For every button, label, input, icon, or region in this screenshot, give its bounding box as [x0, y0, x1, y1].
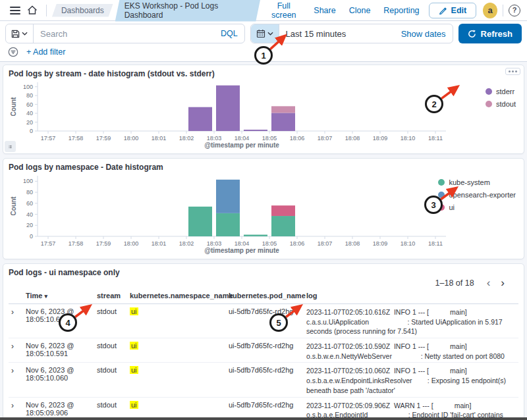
- full-screen-link[interactable]: Full screen: [267, 0, 300, 21]
- calendar-button[interactable]: [251, 24, 279, 43]
- legend-label: stderr: [496, 88, 514, 95]
- clone-link[interactable]: Clone: [349, 5, 371, 16]
- breadcrumb-current[interactable]: EKS Workshop - Pod Logs Dashboard: [115, 0, 261, 22]
- edit-label: Edit: [451, 6, 467, 15]
- breadcrumb-dashboards[interactable]: Dashboards: [52, 4, 113, 17]
- chart-legend: kube-systemopensearch-exporterui: [438, 178, 516, 211]
- time-cell: Nov 6, 2023 @ 18:05:10.591: [23, 338, 94, 363]
- filter-bar: + Add filter: [0, 46, 527, 62]
- svg-text:@timestamp per minute: @timestamp per minute: [204, 142, 279, 149]
- legend-label: opensearch-exporter: [449, 191, 516, 199]
- legend-label: kube-system: [449, 178, 489, 186]
- svg-text:18:02: 18:02: [179, 135, 194, 142]
- svg-text:18:01: 18:01: [152, 135, 167, 142]
- svg-text:@timestamp per minute: @timestamp per minute: [204, 247, 279, 254]
- datepicker: Last 15 minutes Show dates: [250, 24, 453, 43]
- add-filter-button[interactable]: + Add filter: [26, 47, 65, 57]
- dql-button[interactable]: DQL: [214, 29, 244, 38]
- svg-text:20: 20: [26, 222, 33, 228]
- legend-item-ui[interactable]: ui: [438, 203, 516, 211]
- column-header-kubernetes-pod-name[interactable]: kubernetes.pod_name: [226, 289, 304, 304]
- expand-row-icon[interactable]: ›: [9, 304, 23, 338]
- filter-options-icon: [8, 47, 18, 57]
- refresh-label: Refresh: [481, 29, 513, 39]
- menu-button[interactable]: [7, 4, 24, 17]
- legend-toggle-icon[interactable]: [5, 141, 16, 152]
- panel-pod-logs-table: Pod logs - ui namespace only 1–18 of 18 …: [3, 263, 524, 420]
- table-row: ›Nov 6, 2023 @ 18:05:10.591stdoutuiui-5d…: [9, 338, 518, 363]
- share-link[interactable]: Share: [314, 5, 335, 16]
- avatar[interactable]: a: [483, 3, 497, 18]
- pod-name-cell: ui-5dfb7d65fc-rd2hg: [226, 397, 304, 420]
- stream-cell: stdout: [94, 338, 127, 363]
- svg-text:18:07: 18:07: [318, 135, 333, 142]
- home-button[interactable]: [24, 3, 41, 17]
- save-icon: [11, 30, 20, 38]
- svg-text:18:10: 18:10: [401, 135, 416, 142]
- legend-item-stdout[interactable]: stdout: [485, 100, 516, 108]
- svg-text:18:11: 18:11: [428, 240, 443, 247]
- namespace-highlight: ui: [130, 307, 138, 315]
- legend-item-opensearch-exporter[interactable]: opensearch-exporter: [438, 191, 516, 199]
- svg-text:18:05: 18:05: [262, 135, 277, 142]
- chevron-down-icon: [267, 32, 273, 36]
- pagination-next-icon[interactable]: ›: [496, 278, 509, 288]
- edit-button[interactable]: Edit: [429, 3, 477, 18]
- svg-text:Count: Count: [10, 97, 17, 117]
- time-cell: Nov 6, 2023 @ 18:05:10.060: [23, 363, 94, 397]
- calendar-icon: [256, 29, 265, 38]
- legend-item-kube-system[interactable]: kube-system: [438, 178, 516, 186]
- panel-title[interactable]: Pod logs by stream - date histogram (std…: [9, 69, 518, 78]
- refresh-button[interactable]: Refresh: [458, 24, 522, 43]
- column-header-log[interactable]: log: [304, 289, 518, 304]
- svg-text:18:04: 18:04: [235, 240, 250, 247]
- time-range-label[interactable]: Last 15 minutes: [279, 29, 353, 39]
- log-cell: 2023-11-07T02:05:10.616Z INFO 1 --- [ ma…: [304, 304, 518, 338]
- help-icon[interactable]: ?: [509, 5, 520, 16]
- stream-histogram-chart[interactable]: 02040608010017:5717:5817:5918:0018:0118:…: [9, 78, 518, 149]
- legend-label: ui: [449, 203, 455, 211]
- panel-pod-logs-by-stream: Pod logs by stream - date histogram (std…: [3, 65, 524, 154]
- panel-pod-logs-by-namespace: Pod logs by namespace - Date histogram 0…: [3, 158, 524, 259]
- panel-title[interactable]: Pod logs by namespace - Date histogram: [9, 163, 518, 172]
- panel-options-icon[interactable]: [505, 68, 520, 75]
- stream-cell: stdout: [94, 363, 127, 397]
- show-dates-link[interactable]: Show dates: [395, 29, 453, 39]
- nav-divider-2: [503, 5, 503, 16]
- screenshot-bottom-edge: [0, 417, 527, 420]
- legend-item-stderr[interactable]: stderr: [485, 88, 516, 95]
- pagination-label: 1–18 of 18: [435, 278, 474, 288]
- table-header-row: Time▾streamkubernetes.namespace_namekube…: [9, 289, 518, 304]
- namespace-highlight: ui: [130, 342, 138, 350]
- namespace-highlight: ui: [130, 366, 138, 374]
- pod-name-cell: ui-5dfb7d65fc-rd2hg: [226, 304, 304, 338]
- pod-name-cell: ui-5dfb7d65fc-rd2hg: [226, 338, 304, 363]
- log-cell: 2023-11-07T02:05:10.590Z INFO 1 --- [ ma…: [304, 338, 518, 363]
- namespace-cell: ui: [127, 397, 226, 420]
- panel-title[interactable]: Pod logs - ui namespace only: [9, 268, 518, 277]
- svg-text:100: 100: [23, 84, 33, 90]
- svg-text:17:59: 17:59: [96, 240, 111, 247]
- pagination: 1–18 of 18 ‹ ›: [9, 277, 518, 289]
- pagination-prev-icon[interactable]: ‹: [482, 278, 495, 288]
- pod-name-cell: ui-5dfb7d65fc-rd2hg: [226, 363, 304, 397]
- search-input[interactable]: [34, 29, 214, 39]
- reporting-link[interactable]: Reporting: [383, 5, 419, 16]
- svg-text:Count: Count: [10, 196, 17, 216]
- expand-row-icon[interactable]: ›: [9, 338, 23, 363]
- column-header-time[interactable]: Time▾: [23, 289, 94, 304]
- column-header-stream[interactable]: stream: [94, 289, 127, 304]
- legend-dot: [438, 179, 445, 186]
- chevron-down-icon: [22, 32, 28, 36]
- hamburger-icon: [10, 6, 20, 15]
- saved-query-button[interactable]: [6, 24, 34, 43]
- namespace-cell: ui: [127, 363, 226, 397]
- svg-text:18:01: 18:01: [152, 240, 167, 247]
- column-header-kubernetes-namespace-name[interactable]: kubernetes.namespace_name: [127, 289, 226, 304]
- legend-dot: [485, 101, 492, 107]
- expand-row-icon[interactable]: ›: [9, 363, 23, 397]
- svg-text:18:09: 18:09: [373, 240, 388, 247]
- legend-label: stdout: [496, 100, 516, 108]
- expand-row-icon[interactable]: ›: [9, 397, 23, 420]
- filter-options-button[interactable]: [8, 47, 18, 57]
